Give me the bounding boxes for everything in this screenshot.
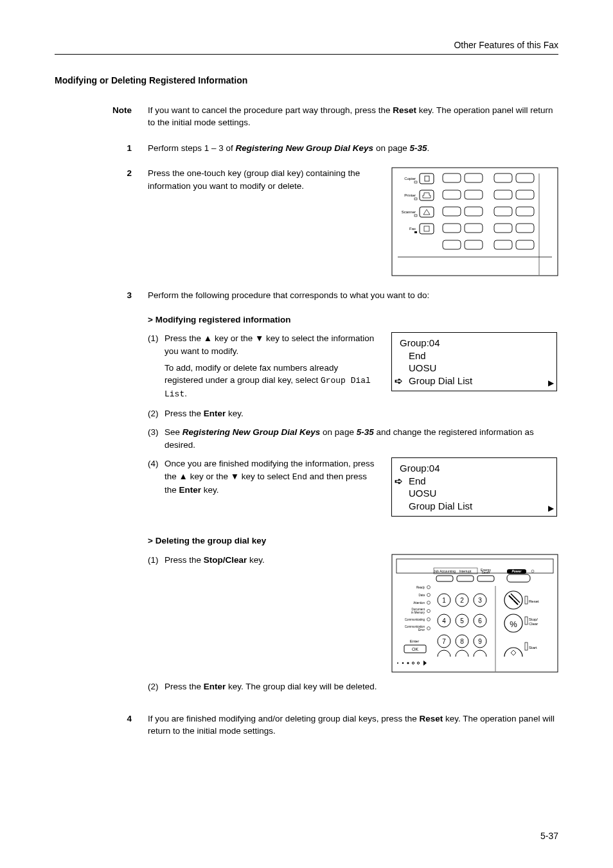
t: . [184, 389, 187, 398]
svg-rect-11 [443, 173, 461, 182]
svg-rect-19 [443, 207, 461, 216]
note-body: If you want to cancel the procedure part… [148, 104, 558, 129]
modify-ss3-label: (3) [148, 426, 164, 451]
svg-text:Start: Start [529, 646, 537, 650]
delete-ss1-row: (1) Press the Stop/Clear key. [148, 554, 558, 673]
svg-text:OK: OK [412, 647, 418, 651]
section-title: Modifying or Deleting Registered Informa… [55, 74, 558, 87]
t: on page [320, 427, 356, 437]
svg-point-48 [427, 586, 431, 589]
svg-rect-4 [420, 190, 434, 200]
delete-ss2: (2) Press the Enter key. The group dial … [148, 680, 558, 693]
up-triangle-icon [204, 333, 212, 343]
enter-key: Enter [204, 682, 226, 691]
svg-point-64 [397, 662, 398, 664]
step-1-before: Perform steps 1 – 3 of [148, 143, 236, 153]
svg-rect-36 [457, 576, 474, 581]
lcd-display-2: Group:04 ➪End UOSU Group Dial List ▶ [391, 457, 557, 517]
t: key or the [212, 333, 255, 343]
t: key. The group dial key will be deleted. [226, 682, 377, 691]
page-number: 5-37 [540, 829, 558, 842]
delete-ss1: (1) Press the Stop/Clear key. [148, 554, 378, 567]
reset-key: Reset [420, 714, 443, 723]
delete-heading: > Deleting the group dial key [148, 535, 558, 547]
t: key. [247, 555, 265, 565]
lcd-display-1: Group:04 End UOSU ➪Group Dial List ▶ [391, 332, 557, 391]
up-triangle-icon [179, 472, 188, 481]
step-4-body: If you are finished modifying and/or del… [148, 713, 558, 738]
svg-rect-90 [525, 596, 528, 604]
lcd1-l2: End [397, 350, 551, 362]
svg-point-66 [407, 662, 409, 664]
svg-point-50 [427, 594, 431, 597]
svg-text:1: 1 [442, 597, 446, 604]
step-1-body: Perform steps 1 – 3 of Registering New G… [148, 142, 558, 155]
svg-rect-20 [465, 207, 483, 216]
svg-text:Enter: Enter [410, 639, 419, 643]
modify-ss3-body: See Registering New Group Dial Keys on p… [164, 426, 558, 451]
svg-rect-34 [396, 559, 553, 573]
t: Press the [164, 682, 204, 691]
t: key. [226, 409, 244, 418]
svg-point-55 [427, 610, 431, 613]
svg-rect-3 [414, 181, 417, 183]
svg-point-52 [427, 601, 431, 605]
lcd1-l1: Group:04 [397, 337, 551, 350]
svg-text:Job Accounting: Job Accounting [434, 569, 456, 573]
panel-figure-1: Copier Printer Scanner Fax [391, 167, 558, 276]
svg-rect-38 [507, 574, 530, 582]
svg-text:8: 8 [460, 638, 464, 645]
svg-text:Saver: Saver [481, 571, 490, 574]
lcd2-l1: Group:04 [397, 462, 551, 475]
svg-rect-17 [494, 190, 512, 199]
step-1-period: . [427, 143, 429, 153]
svg-rect-2 [425, 176, 429, 181]
step-1-ref: Registering New Group Dial Keys [236, 143, 374, 153]
panel1-label-fax: Fax [409, 227, 416, 231]
note-label: Note [55, 104, 148, 129]
svg-text:3: 3 [478, 597, 482, 604]
t: key. [201, 485, 219, 495]
step-3-intro: Perform the following procedure that cor… [148, 289, 558, 302]
svg-rect-25 [494, 224, 512, 233]
svg-rect-10 [414, 231, 417, 233]
svg-point-68 [417, 662, 419, 664]
svg-text:6: 6 [478, 617, 482, 624]
step-3-num: 3 [55, 289, 148, 699]
step-2-body: Press the one-touch key (group dial key)… [148, 167, 558, 276]
step-3-body: Perform the following procedure that cor… [148, 289, 558, 699]
modify-ss1-body: Press the key or the key to select the i… [164, 332, 378, 400]
svg-rect-28 [465, 240, 483, 249]
svg-rect-7 [414, 215, 417, 217]
svg-point-46 [531, 570, 534, 572]
delete-ss2-label: (2) [148, 680, 164, 693]
svg-rect-13 [494, 173, 512, 182]
step-1-onpage: on page [373, 143, 409, 153]
modify-ss4: (4) Once you are finished modifying the … [148, 457, 378, 496]
svg-point-57 [427, 618, 431, 621]
header: Other Features of this Fax [55, 39, 558, 55]
delete-ss1-label: (1) [148, 554, 164, 567]
modify-ss1-row: (1) Press the key or the key to select t… [148, 332, 558, 407]
t: key to select [239, 472, 292, 481]
svg-text:Interrupt: Interrupt [459, 569, 472, 573]
arrow-right-icon: ➪ [395, 375, 403, 387]
ref: Registering New Group Dial Keys [182, 427, 321, 437]
note-text-before: If you want to cancel the procedure part… [148, 105, 393, 115]
svg-text:Communicating: Communicating [405, 618, 425, 621]
svg-rect-12 [465, 173, 483, 182]
svg-point-65 [402, 662, 404, 664]
modify-ss1: (1) Press the key or the key to select t… [148, 332, 378, 400]
modify-ss2: (2) Press the Enter key. [148, 407, 558, 420]
step-2-num: 2 [55, 167, 148, 276]
lcd1-l4: Group Dial List [397, 375, 472, 387]
svg-rect-37 [477, 576, 494, 581]
enter-key: Enter [204, 409, 226, 418]
modify-ss2-label: (2) [148, 407, 164, 420]
svg-rect-27 [443, 240, 461, 249]
modify-ss3: (3) See Registering New Group Dial Keys … [148, 426, 558, 451]
svg-text:Error: Error [418, 628, 425, 632]
panel1-label-printer: Printer [404, 193, 416, 197]
svg-text:%: % [510, 619, 517, 629]
svg-rect-35 [436, 576, 453, 581]
